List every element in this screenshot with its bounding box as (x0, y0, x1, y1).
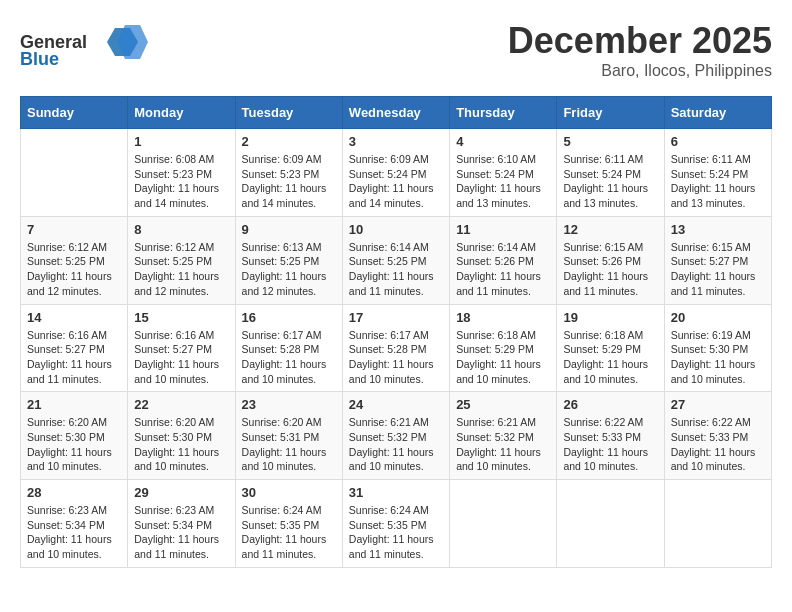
weekday-header-tuesday: Tuesday (235, 97, 342, 129)
day-number: 13 (671, 222, 765, 237)
calendar-cell: 24 Sunrise: 6:21 AMSunset: 5:32 PMDaylig… (342, 392, 449, 480)
day-info: Sunrise: 6:20 AMSunset: 5:30 PMDaylight:… (27, 415, 121, 474)
calendar-cell: 19 Sunrise: 6:18 AMSunset: 5:29 PMDaylig… (557, 304, 664, 392)
week-row-4: 21 Sunrise: 6:20 AMSunset: 5:30 PMDaylig… (21, 392, 772, 480)
day-number: 17 (349, 310, 443, 325)
day-info: Sunrise: 6:12 AMSunset: 5:25 PMDaylight:… (134, 240, 228, 299)
weekday-header-thursday: Thursday (450, 97, 557, 129)
calendar-cell (21, 129, 128, 217)
calendar-cell: 22 Sunrise: 6:20 AMSunset: 5:30 PMDaylig… (128, 392, 235, 480)
day-info: Sunrise: 6:18 AMSunset: 5:29 PMDaylight:… (563, 328, 657, 387)
day-info: Sunrise: 6:10 AMSunset: 5:24 PMDaylight:… (456, 152, 550, 211)
day-info: Sunrise: 6:19 AMSunset: 5:30 PMDaylight:… (671, 328, 765, 387)
day-info: Sunrise: 6:20 AMSunset: 5:30 PMDaylight:… (134, 415, 228, 474)
day-number: 9 (242, 222, 336, 237)
day-info: Sunrise: 6:17 AMSunset: 5:28 PMDaylight:… (349, 328, 443, 387)
week-row-5: 28 Sunrise: 6:23 AMSunset: 5:34 PMDaylig… (21, 480, 772, 568)
calendar-table: SundayMondayTuesdayWednesdayThursdayFrid… (20, 96, 772, 568)
calendar-cell: 6 Sunrise: 6:11 AMSunset: 5:24 PMDayligh… (664, 129, 771, 217)
day-number: 12 (563, 222, 657, 237)
day-info: Sunrise: 6:22 AMSunset: 5:33 PMDaylight:… (563, 415, 657, 474)
day-number: 25 (456, 397, 550, 412)
day-info: Sunrise: 6:16 AMSunset: 5:27 PMDaylight:… (134, 328, 228, 387)
weekday-header-row: SundayMondayTuesdayWednesdayThursdayFrid… (21, 97, 772, 129)
day-number: 30 (242, 485, 336, 500)
day-number: 28 (27, 485, 121, 500)
day-info: Sunrise: 6:14 AMSunset: 5:25 PMDaylight:… (349, 240, 443, 299)
day-info: Sunrise: 6:11 AMSunset: 5:24 PMDaylight:… (671, 152, 765, 211)
calendar-cell: 16 Sunrise: 6:17 AMSunset: 5:28 PMDaylig… (235, 304, 342, 392)
week-row-2: 7 Sunrise: 6:12 AMSunset: 5:25 PMDayligh… (21, 216, 772, 304)
calendar-cell: 3 Sunrise: 6:09 AMSunset: 5:24 PMDayligh… (342, 129, 449, 217)
day-number: 2 (242, 134, 336, 149)
logo: General Blue (20, 20, 150, 74)
day-number: 20 (671, 310, 765, 325)
calendar-cell: 17 Sunrise: 6:17 AMSunset: 5:28 PMDaylig… (342, 304, 449, 392)
day-info: Sunrise: 6:14 AMSunset: 5:26 PMDaylight:… (456, 240, 550, 299)
calendar-cell (557, 480, 664, 568)
day-number: 18 (456, 310, 550, 325)
day-info: Sunrise: 6:17 AMSunset: 5:28 PMDaylight:… (242, 328, 336, 387)
day-number: 24 (349, 397, 443, 412)
day-number: 10 (349, 222, 443, 237)
calendar-cell: 1 Sunrise: 6:08 AMSunset: 5:23 PMDayligh… (128, 129, 235, 217)
day-info: Sunrise: 6:23 AMSunset: 5:34 PMDaylight:… (27, 503, 121, 562)
calendar-cell: 18 Sunrise: 6:18 AMSunset: 5:29 PMDaylig… (450, 304, 557, 392)
weekday-header-sunday: Sunday (21, 97, 128, 129)
calendar-cell: 21 Sunrise: 6:20 AMSunset: 5:30 PMDaylig… (21, 392, 128, 480)
day-number: 4 (456, 134, 550, 149)
week-row-3: 14 Sunrise: 6:16 AMSunset: 5:27 PMDaylig… (21, 304, 772, 392)
calendar-cell: 8 Sunrise: 6:12 AMSunset: 5:25 PMDayligh… (128, 216, 235, 304)
day-number: 3 (349, 134, 443, 149)
day-number: 11 (456, 222, 550, 237)
day-info: Sunrise: 6:24 AMSunset: 5:35 PMDaylight:… (242, 503, 336, 562)
weekday-header-friday: Friday (557, 97, 664, 129)
calendar-cell: 26 Sunrise: 6:22 AMSunset: 5:33 PMDaylig… (557, 392, 664, 480)
day-number: 15 (134, 310, 228, 325)
day-info: Sunrise: 6:20 AMSunset: 5:31 PMDaylight:… (242, 415, 336, 474)
day-number: 29 (134, 485, 228, 500)
calendar-cell: 27 Sunrise: 6:22 AMSunset: 5:33 PMDaylig… (664, 392, 771, 480)
calendar-cell: 29 Sunrise: 6:23 AMSunset: 5:34 PMDaylig… (128, 480, 235, 568)
day-number: 22 (134, 397, 228, 412)
calendar-cell: 12 Sunrise: 6:15 AMSunset: 5:26 PMDaylig… (557, 216, 664, 304)
day-number: 23 (242, 397, 336, 412)
calendar-cell: 4 Sunrise: 6:10 AMSunset: 5:24 PMDayligh… (450, 129, 557, 217)
day-info: Sunrise: 6:22 AMSunset: 5:33 PMDaylight:… (671, 415, 765, 474)
page-header: General Blue December 2025 Baro, Ilocos,… (20, 20, 772, 80)
weekday-header-wednesday: Wednesday (342, 97, 449, 129)
logo-general-text: General Blue (20, 20, 150, 74)
location-subtitle: Baro, Ilocos, Philippines (508, 62, 772, 80)
calendar-cell: 15 Sunrise: 6:16 AMSunset: 5:27 PMDaylig… (128, 304, 235, 392)
week-row-1: 1 Sunrise: 6:08 AMSunset: 5:23 PMDayligh… (21, 129, 772, 217)
day-info: Sunrise: 6:21 AMSunset: 5:32 PMDaylight:… (349, 415, 443, 474)
day-info: Sunrise: 6:15 AMSunset: 5:26 PMDaylight:… (563, 240, 657, 299)
calendar-cell: 5 Sunrise: 6:11 AMSunset: 5:24 PMDayligh… (557, 129, 664, 217)
calendar-cell (450, 480, 557, 568)
day-info: Sunrise: 6:13 AMSunset: 5:25 PMDaylight:… (242, 240, 336, 299)
calendar-cell: 30 Sunrise: 6:24 AMSunset: 5:35 PMDaylig… (235, 480, 342, 568)
day-info: Sunrise: 6:21 AMSunset: 5:32 PMDaylight:… (456, 415, 550, 474)
calendar-cell: 14 Sunrise: 6:16 AMSunset: 5:27 PMDaylig… (21, 304, 128, 392)
day-number: 27 (671, 397, 765, 412)
day-info: Sunrise: 6:23 AMSunset: 5:34 PMDaylight:… (134, 503, 228, 562)
day-info: Sunrise: 6:15 AMSunset: 5:27 PMDaylight:… (671, 240, 765, 299)
calendar-cell: 10 Sunrise: 6:14 AMSunset: 5:25 PMDaylig… (342, 216, 449, 304)
day-info: Sunrise: 6:08 AMSunset: 5:23 PMDaylight:… (134, 152, 228, 211)
weekday-header-saturday: Saturday (664, 97, 771, 129)
day-number: 6 (671, 134, 765, 149)
title-area: December 2025 Baro, Ilocos, Philippines (508, 20, 772, 80)
calendar-cell: 20 Sunrise: 6:19 AMSunset: 5:30 PMDaylig… (664, 304, 771, 392)
svg-text:Blue: Blue (20, 49, 59, 69)
calendar-cell: 7 Sunrise: 6:12 AMSunset: 5:25 PMDayligh… (21, 216, 128, 304)
day-number: 26 (563, 397, 657, 412)
day-info: Sunrise: 6:12 AMSunset: 5:25 PMDaylight:… (27, 240, 121, 299)
month-title: December 2025 (508, 20, 772, 62)
day-info: Sunrise: 6:24 AMSunset: 5:35 PMDaylight:… (349, 503, 443, 562)
day-number: 21 (27, 397, 121, 412)
calendar-cell: 31 Sunrise: 6:24 AMSunset: 5:35 PMDaylig… (342, 480, 449, 568)
day-info: Sunrise: 6:16 AMSunset: 5:27 PMDaylight:… (27, 328, 121, 387)
calendar-cell: 23 Sunrise: 6:20 AMSunset: 5:31 PMDaylig… (235, 392, 342, 480)
day-info: Sunrise: 6:09 AMSunset: 5:24 PMDaylight:… (349, 152, 443, 211)
calendar-cell: 11 Sunrise: 6:14 AMSunset: 5:26 PMDaylig… (450, 216, 557, 304)
